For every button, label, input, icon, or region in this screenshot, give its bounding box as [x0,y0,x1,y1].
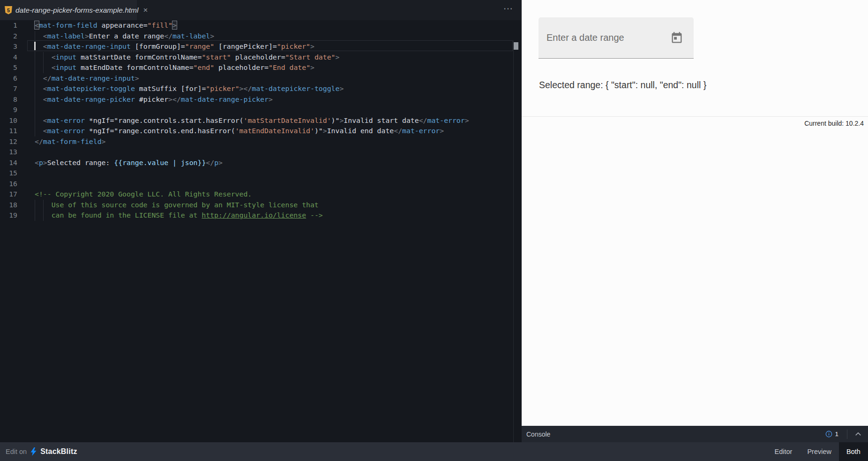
console-separator [847,430,847,439]
code-line[interactable]: 11 <mat-error *ngIf="range.controls.end.… [0,126,522,136]
chevron-up-icon [855,432,861,436]
code-line[interactable]: 15 [0,168,522,179]
code-token: > [43,159,47,166]
code-token: > [102,137,106,145]
code-token: 'matEndDateInvalid' [235,127,314,135]
line-number: 6 [0,73,17,84]
code-line[interactable]: 16 [0,179,522,189]
editor-more-actions-icon[interactable]: ⋯ [503,3,513,14]
code-token: matEndDate [81,63,122,71]
code-token: mat-error [402,127,440,135]
line-number: 1 [0,20,17,31]
code-line[interactable]: 1<mat-form-field appearance="fill"> [0,20,522,31]
code-token [76,53,81,61]
code-line[interactable]: 5 <input matEndDate formControlName="end… [0,62,522,73]
indent-guide [35,52,35,63]
code-line[interactable]: 14<p>Selected range: {{range.value | jso… [0,158,522,168]
code-line[interactable]: 18 Use of this source code is governed b… [0,200,522,211]
code-token: < [35,159,39,166]
tab-preview[interactable]: Preview [800,442,839,461]
code-token: "fill" [148,21,172,29]
code-token: mat-label [172,32,210,40]
indent-guide [35,200,35,211]
code-token [35,95,43,103]
code-token [214,63,218,71]
console-expand-button[interactable] [854,430,862,438]
code-line[interactable]: 6 </mat-date-range-input> [0,73,522,84]
line-number: 19 [0,210,17,221]
code-token: "picker" [277,42,310,50]
matched-bracket: > [172,21,177,29]
code-token: mat-error [47,116,85,124]
console-title[interactable]: Console [526,431,825,438]
line-number: 5 [0,62,17,73]
editor-scrollbar-thumb[interactable] [514,42,518,50]
line-number: 4 [0,52,17,63]
code-token: can be found in the LICENSE file at [35,211,202,219]
indent-guide [35,210,35,221]
code-token: </ [164,32,172,40]
info-circle-icon [825,431,832,438]
close-tab-icon[interactable]: × [143,6,148,14]
code-line[interactable]: 8 <mat-date-range-picker #picker></mat-d… [0,94,522,105]
code-line[interactable]: 4 <input matStartDate formControlName="s… [0,52,522,63]
datepicker-toggle-icon[interactable] [670,31,683,45]
code-line[interactable]: 9 [0,105,522,115]
line-number: 9 [0,105,17,115]
indent-guide [43,210,44,221]
line-number: 18 [0,200,17,211]
code-token [131,42,135,50]
code-line[interactable]: 3 <mat-date-range-input [formGroup]="ran… [0,41,522,52]
code-token: > [218,159,223,166]
code-token: "End date" [269,63,310,71]
preview-divider [522,116,868,117]
code-editor[interactable]: 1<mat-form-field appearance="fill">2 <ma… [0,20,522,442]
code-token: mat-form-field [43,137,102,145]
code-token: Invalid end date [327,127,394,135]
code-token [135,95,139,103]
code-token: mat-error [47,127,85,135]
code-token: mat-date-range-input [52,74,135,82]
code-line[interactable]: 7 <mat-datepicker-toggle matSuffix [for]… [0,83,522,94]
code-line[interactable]: 10 <mat-error *ngIf="range.controls.star… [0,115,522,126]
code-token: formControlName= [135,53,202,61]
edit-on-stackblitz-link[interactable]: Edit on StackBlitz [0,447,77,456]
code-token: "start" [202,53,231,61]
code-token: Invalid start date [344,116,419,124]
code-token: </ [419,116,427,124]
html5-file-icon: 5 [5,6,12,15]
date-range-form-field[interactable]: Enter a date range [539,17,694,59]
code-line[interactable]: 19 can be found in the LICENSE file at h… [0,210,522,221]
code-token: < [43,95,47,103]
code-token: < [43,84,47,92]
code-token: > [440,127,444,135]
file-tab[interactable]: 5 date-range-picker-forms-example.html × [0,0,137,20]
code-line[interactable]: 12</mat-form-field> [0,136,522,147]
tab-editor[interactable]: Editor [767,442,800,461]
code-token: *ngIf= [89,127,114,135]
code-token: --> [306,211,323,219]
line-number: 16 [0,179,17,189]
code-token: mat-datepicker-toggle [252,84,339,92]
tab-both[interactable]: Both [839,442,868,461]
indent-guide [43,200,44,211]
code-token: "range.controls.end.hasError( [114,127,235,135]
console-bar[interactable]: Console 1 [522,426,868,442]
code-token [214,42,218,50]
code-token: mat-date-range-picker [181,95,269,103]
code-token: </ [206,159,214,166]
code-token: < [43,42,47,50]
code-token: <!-- Copyright 2020 Google LLC. All Righ… [35,190,252,198]
code-token: 'matStartDateInvalid' [243,116,331,124]
code-token: formControlName= [127,63,194,71]
code-token: [rangePicker]= [218,42,277,50]
date-range-label: Enter a date range [546,32,670,43]
indent-guide [35,94,35,105]
line-number: 15 [0,168,17,179]
code-line[interactable]: 17<!-- Copyright 2020 Google LLC. All Ri… [0,189,522,200]
console-info-badge[interactable]: 1 [825,431,838,438]
code-token: placeholder= [218,63,269,71]
code-line[interactable]: 13 [0,147,522,158]
code-token: placeholder= [235,53,285,61]
code-line[interactable]: 2 <mat-label>Enter a date range</mat-lab… [0,31,522,42]
